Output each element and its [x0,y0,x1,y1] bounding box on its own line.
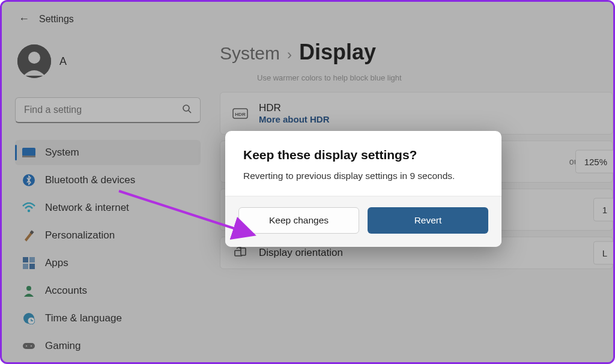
hdr-icon: HDR [232,108,248,119]
svg-rect-16 [23,343,35,349]
setting-row-hdr[interactable]: HDR HDR More about HDR [220,92,613,135]
keep-changes-button[interactable]: Keep changes [238,207,359,234]
sidebar-item-bluetooth[interactable]: Bluetooth & devices [15,168,201,193]
titlebar: ← Settings [2,2,613,29]
dialog-message: Reverting to previous display settings i… [243,171,483,181]
breadcrumb-parent[interactable]: System [220,43,280,64]
night-light-subtext-fragment: Use warmer colors to help block blue lig… [220,73,613,82]
svg-point-1 [28,52,40,64]
row-title: HDR [259,102,330,114]
search-input-wrapper[interactable] [15,97,201,123]
person-icon [22,284,35,297]
svg-point-2 [183,105,189,111]
sidebar-item-gaming[interactable]: Gaming [15,333,201,359]
svg-rect-5 [22,156,35,157]
profile-block[interactable]: A [15,40,201,91]
svg-rect-11 [23,264,28,269]
scale-value-dropdown[interactable]: 125% [575,150,613,174]
svg-rect-12 [29,264,35,269]
sidebar-item-label: System [45,147,79,159]
sidebar-item-label: Gaming [45,340,81,352]
sidebar-item-label: Time & language [45,312,122,324]
search-input[interactable] [24,105,182,115]
profile-name: A [59,55,67,68]
sidebar-nav: System Bluetooth & devices Network & int… [15,140,201,361]
sidebar-item-label: Network & internet [45,202,129,214]
chevron-right-icon: › [287,46,292,63]
sidebar-item-label: Apps [45,257,68,269]
sidebar-item-personalization[interactable]: Personalization [15,223,201,248]
sidebar-item-time[interactable]: Time & language [15,306,201,331]
keep-settings-dialog: Keep these display settings? Reverting t… [225,131,501,247]
svg-rect-10 [29,257,35,262]
search-icon [182,104,192,116]
svg-text:HDR: HDR [235,112,246,117]
sidebar-item-network[interactable]: Network & internet [15,195,201,220]
svg-rect-4 [22,148,35,156]
back-arrow-icon[interactable]: ← [19,13,29,25]
sidebar-item-label: Bluetooth & devices [45,174,135,186]
avatar [17,44,51,78]
svg-point-7 [28,210,30,212]
settings-window: ← Settings A [0,0,615,364]
globe-clock-icon [22,312,35,325]
gamepad-icon [22,339,35,353]
orientation-value-dropdown[interactable]: L [593,241,613,265]
resolution-value-dropdown[interactable]: 1 [593,198,613,222]
breadcrumb: System › Display [220,40,613,65]
row-title: Display orientation [259,247,343,259]
wifi-icon [22,201,35,214]
orientation-icon [232,247,248,259]
revert-button[interactable]: Revert [368,207,488,234]
svg-point-13 [26,286,31,291]
dialog-title: Keep these display settings? [243,148,483,162]
svg-point-18 [31,345,32,347]
app-title: Settings [39,14,74,25]
bluetooth-icon [22,174,35,187]
breadcrumb-current: Display [299,40,376,65]
sidebar-item-label: Personalization [45,229,115,241]
sidebar-item-system[interactable]: System [15,140,201,165]
sidebar-item-apps[interactable]: Apps [15,250,201,276]
apps-icon [22,256,35,270]
hdr-more-link[interactable]: More about HDR [259,114,330,124]
countdown-seconds: 9 [410,171,415,181]
svg-line-3 [189,111,191,113]
svg-rect-9 [23,257,28,262]
svg-point-17 [26,345,28,347]
svg-rect-23 [241,248,246,255]
sidebar-item-label: Accounts [45,285,87,297]
system-icon [22,146,35,159]
brush-icon [22,229,35,242]
sidebar: A System Blueto [2,29,209,360]
sidebar-item-accounts[interactable]: Accounts [15,278,201,303]
